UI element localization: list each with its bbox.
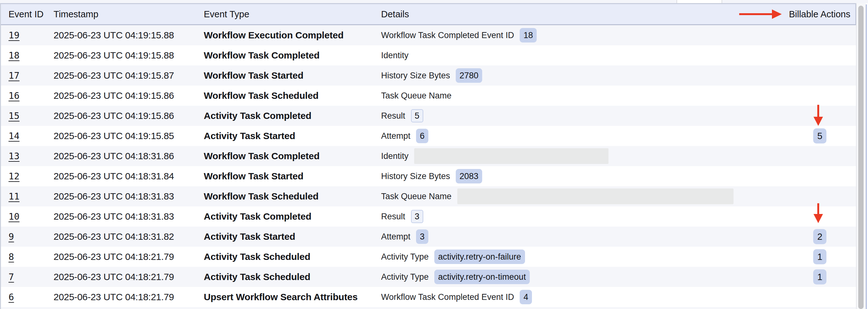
detail-value-badge: 18: [520, 28, 537, 42]
event-details: Result3: [381, 210, 423, 223]
event-timestamp: 2025-06-23 UTC 04:19:15.87: [54, 70, 174, 81]
billable-actions-count-badge: 2: [813, 229, 827, 244]
scrollbar-thumb[interactable]: [858, 6, 864, 309]
event-type: Workflow Task Started: [204, 70, 303, 81]
table-row: 122025-06-23 UTC 04:18:31.84Workflow Tas…: [1, 166, 856, 186]
table-row: 72025-06-23 UTC 04:18:21.79Activity Task…: [1, 267, 856, 287]
table-row: 142025-06-23 UTC 04:19:15.85Activity Tas…: [1, 126, 856, 146]
event-timestamp: 2025-06-23 UTC 04:18:31.82: [54, 231, 174, 242]
cutoff-ui-element: [677, 0, 722, 3]
detail-value-redacted-box: [414, 148, 609, 164]
event-type: Upsert Workflow Search Attributes: [204, 292, 358, 302]
event-type: Workflow Task Scheduled: [204, 191, 318, 202]
billable-actions-count-badge: 1: [813, 249, 827, 264]
event-id-link[interactable]: 19: [8, 30, 20, 41]
table-row: 82025-06-23 UTC 04:18:21.79Activity Task…: [1, 247, 856, 267]
event-details: Task Queue Name: [381, 188, 734, 204]
partially-visible-next-row: [1, 307, 856, 309]
detail-label: Workflow Task Completed Event ID: [381, 292, 514, 302]
detail-label: Workflow Task Completed Event ID: [381, 31, 514, 40]
detail-value-badge: activity.retry-on-timeout: [434, 270, 530, 284]
event-id-link[interactable]: 7: [8, 272, 14, 282]
detail-value-badge: 3: [416, 229, 428, 244]
event-type: Workflow Task Completed: [204, 50, 320, 61]
detail-value-badge: 4: [520, 290, 532, 304]
event-id-link[interactable]: 11: [8, 191, 20, 202]
red-arrow-down-icon: [813, 214, 823, 223]
event-details: Identity: [381, 51, 408, 60]
table-row: 192025-06-23 UTC 04:19:15.88Workflow Exe…: [1, 25, 856, 45]
event-timestamp: 2025-06-23 UTC 04:18:31.83: [54, 211, 174, 222]
red-arrow-annotation-stem: [739, 13, 772, 15]
event-timestamp: 2025-06-23 UTC 04:18:31.84: [54, 171, 174, 181]
event-id-link[interactable]: 14: [8, 131, 20, 141]
detail-label: Attempt: [381, 232, 410, 242]
column-header-event-type: Event Type: [204, 9, 249, 20]
event-details: Attempt6: [381, 129, 428, 143]
detail-label: Result: [381, 111, 405, 121]
table-row: 92025-06-23 UTC 04:18:31.82Activity Task…: [1, 227, 856, 247]
event-timestamp: 2025-06-23 UTC 04:18:21.79: [54, 251, 174, 262]
event-id-link[interactable]: 9: [8, 231, 14, 242]
event-timestamp: 2025-06-23 UTC 04:18:31.86: [54, 151, 174, 162]
event-type: Workflow Task Started: [204, 171, 303, 181]
table-row: 162025-06-23 UTC 04:19:15.86Workflow Tas…: [1, 85, 856, 106]
event-details: Workflow Task Completed Event ID4: [381, 290, 532, 304]
event-details: Attempt3: [381, 229, 428, 244]
red-arrow-annotation-stem: [817, 105, 819, 117]
detail-value-badge: activity.retry-on-failure: [434, 249, 525, 264]
event-details: Identity: [381, 148, 609, 164]
event-id-link[interactable]: 12: [8, 171, 20, 181]
detail-value-badge: 2780: [456, 68, 482, 83]
event-details: Task Queue Name: [381, 91, 452, 101]
event-id-link[interactable]: 6: [8, 292, 14, 302]
event-timestamp: 2025-06-23 UTC 04:19:15.88: [54, 30, 174, 41]
event-timestamp: 2025-06-23 UTC 04:19:15.85: [54, 131, 174, 141]
event-history-table: Event ID Timestamp Event Type Details Bi…: [0, 3, 856, 309]
column-header-details: Details: [381, 9, 409, 20]
detail-label: Attempt: [381, 131, 410, 141]
detail-value-chip: 3: [411, 210, 423, 223]
event-id-link[interactable]: 15: [8, 110, 20, 121]
column-header-event-id: Event ID: [8, 9, 43, 20]
detail-value-badge: 2083: [456, 169, 482, 183]
event-timestamp: 2025-06-23 UTC 04:19:15.86: [54, 90, 174, 101]
table-row: 112025-06-23 UTC 04:18:31.83Workflow Tas…: [1, 186, 856, 206]
event-details: Workflow Task Completed Event ID18: [381, 28, 537, 42]
detail-label: Task Queue Name: [381, 192, 452, 201]
red-arrow-right-icon: [772, 9, 782, 19]
red-arrow-annotation-stem: [817, 203, 819, 215]
detail-value-badge: 6: [416, 129, 428, 143]
detail-label: Activity Type: [381, 272, 429, 282]
event-type: Activity Task Started: [204, 131, 295, 141]
event-id-link[interactable]: 8: [8, 251, 14, 262]
detail-label: Task Queue Name: [381, 91, 452, 101]
event-timestamp: 2025-06-23 UTC 04:19:15.86: [54, 110, 174, 121]
table-row: 102025-06-23 UTC 04:18:31.83Activity Tas…: [1, 206, 856, 227]
detail-value-redacted-box: [457, 188, 734, 204]
event-type: Workflow Task Completed: [204, 151, 320, 162]
detail-label: Identity: [381, 151, 408, 161]
event-id-link[interactable]: 10: [8, 211, 20, 222]
table-row: 62025-06-23 UTC 04:18:21.79Upsert Workfl…: [1, 287, 856, 307]
table-row: 132025-06-23 UTC 04:18:31.86Workflow Tas…: [1, 146, 856, 166]
event-details: Activity Typeactivity.retry-on-failure: [381, 249, 525, 264]
table-row: 172025-06-23 UTC 04:19:15.87Workflow Tas…: [1, 65, 856, 85]
event-details: History Size Bytes2780: [381, 68, 482, 83]
detail-value-chip: 5: [411, 109, 423, 123]
detail-label: Activity Type: [381, 252, 429, 262]
column-header-billable-actions: Billable Actions: [789, 9, 850, 20]
event-id-link[interactable]: 13: [8, 151, 20, 162]
event-timestamp: 2025-06-23 UTC 04:18:21.79: [54, 292, 174, 302]
event-id-link[interactable]: 16: [8, 90, 20, 101]
event-type: Workflow Execution Completed: [204, 30, 344, 41]
event-type: Workflow Task Scheduled: [204, 90, 318, 101]
column-header-timestamp: Timestamp: [54, 9, 98, 20]
event-id-link[interactable]: 17: [8, 70, 20, 81]
right-panel-edge: [866, 4, 867, 309]
event-details: Activity Typeactivity.retry-on-timeout: [381, 270, 530, 284]
event-id-link[interactable]: 18: [8, 50, 20, 61]
billable-actions-count-badge: 1: [813, 269, 827, 284]
red-arrow-down-icon: [813, 117, 823, 126]
table-row: 182025-06-23 UTC 04:19:15.88Workflow Tas…: [1, 45, 856, 65]
